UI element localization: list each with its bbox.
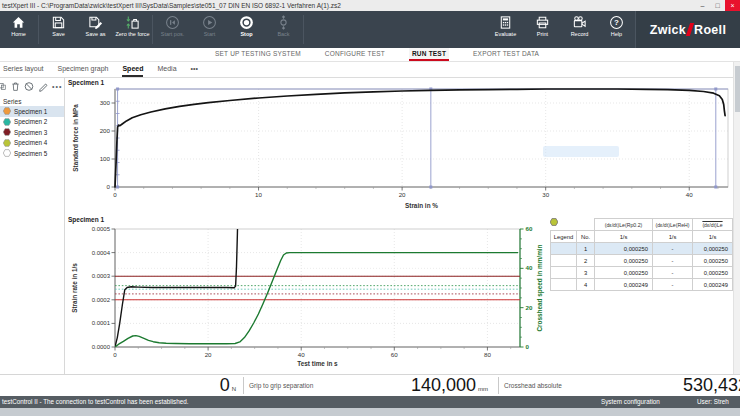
window-titlebar: testXpert III - C:\ProgramData\zwick\tes…: [0, 0, 740, 11]
svg-text:60: 60: [391, 351, 398, 358]
tab-series-layout[interactable]: Series layout: [3, 62, 43, 77]
legend-value: -: [653, 243, 693, 255]
series-item-specimen-3[interactable]: Specimen 3: [0, 127, 64, 138]
series-item-label: Specimen 1: [14, 108, 47, 115]
brand-logo: Zwick Roell: [650, 23, 726, 37]
record-button[interactable]: Record: [561, 11, 598, 48]
brand-panel: Zwick Roell: [635, 11, 740, 48]
save-label: Save: [52, 31, 65, 37]
save-as-button[interactable]: Save as: [77, 11, 114, 48]
toolbar-spacer: [305, 11, 487, 48]
series-item-label: Specimen 3: [14, 129, 47, 136]
stop-button[interactable]: Stop: [228, 11, 265, 48]
legend-header-formula-row: (dε/dt)Le(Rp0.2) (dε/dt)Le(ReH) (dε/dt)L…: [551, 219, 733, 231]
svg-text:0: 0: [113, 351, 117, 358]
home-label: Home: [11, 31, 26, 37]
tab-media[interactable]: Media: [157, 62, 176, 77]
values-divider: [243, 377, 244, 394]
system-configuration-link[interactable]: System configuration: [601, 396, 660, 408]
tab-configure-test[interactable]: CONFIGURE TEST: [325, 48, 385, 61]
chart-title: Specimen 1: [68, 79, 104, 86]
start-pos-icon: [165, 14, 180, 30]
delete-button[interactable]: [11, 81, 20, 92]
print-label: Print: [537, 31, 548, 37]
record-icon: [572, 14, 587, 30]
legend-no: 1: [577, 243, 595, 255]
home-button[interactable]: Home: [0, 11, 37, 48]
stop-icon: [239, 14, 254, 30]
status-bar: testControl II - The connection to testC…: [0, 396, 740, 408]
start-label: Start: [204, 31, 216, 37]
force-strain-chart[interactable]: 0102030400100200300Strain in %Standard f…: [65, 78, 733, 215]
svg-text:Strain rate in 1/s: Strain rate in 1/s: [71, 263, 78, 313]
brand-slash-icon: [686, 23, 694, 36]
legend-row-3[interactable]: 3 0,000250 - 0,000250: [551, 267, 733, 279]
save-icon: [51, 14, 66, 30]
toolbar-separator: [303, 15, 304, 44]
force-unit: N: [232, 386, 236, 392]
svg-text:20: 20: [526, 304, 533, 311]
legend-value: -: [653, 267, 693, 279]
start-pos-button[interactable]: Start pos.: [154, 11, 191, 48]
legend-value: -: [653, 279, 693, 291]
help-button[interactable]: ? Help: [598, 11, 635, 48]
tab-run-test[interactable]: RUN TEST: [409, 48, 449, 61]
exclude-icon[interactable]: [24, 81, 34, 92]
connection-status-message: testControl II - The connection to testC…: [2, 396, 188, 408]
svg-text:0.0005: 0.0005: [92, 226, 111, 232]
window-bottom-edge: [0, 408, 740, 416]
copy-button[interactable]: [0, 81, 7, 92]
tab-set-up-testing-system[interactable]: SET UP TESTING SYSTEM: [215, 48, 301, 61]
svg-text:Test time in s: Test time in s: [297, 360, 338, 367]
zero-force-icon: [125, 14, 140, 30]
maximize-button[interactable]: □: [710, 0, 725, 11]
tab-specimen-graph[interactable]: Specimen graph: [57, 62, 108, 77]
svg-text:Strain in %: Strain in %: [405, 202, 438, 209]
svg-text:Standard force in MPa: Standard force in MPa: [72, 104, 79, 172]
minimize-button[interactable]: –: [695, 0, 710, 11]
legend-row-1[interactable]: 1 0,000250 - 0,000250: [551, 243, 733, 255]
specimen-2-hexagon-icon: [3, 118, 11, 126]
close-button[interactable]: ×: [725, 0, 740, 11]
more-button[interactable]: •••: [52, 83, 62, 90]
zero-force-button[interactable]: Zero the force: [114, 11, 151, 48]
svg-text:0.0002: 0.0002: [92, 297, 111, 303]
start-button[interactable]: Start: [191, 11, 228, 48]
legend-row-2[interactable]: 2 0,000250 - 0,000250: [551, 255, 733, 267]
series-item-specimen-4[interactable]: Specimen 4: [0, 138, 64, 149]
series-item-specimen-1[interactable]: Specimen 1: [0, 106, 64, 117]
svg-text:0.0000: 0.0000: [92, 344, 111, 350]
series-item-specimen-5[interactable]: Specimen 5: [0, 148, 64, 159]
scrollbar-thumb[interactable]: [735, 66, 740, 112]
legend-no: 3: [577, 267, 595, 279]
strain-rate-chart[interactable]: 0204060800.00000.00010.00020.00030.00040…: [65, 215, 549, 374]
specimen-4-hexagon-icon: [3, 139, 11, 147]
force-value: 0N: [140, 375, 236, 397]
edit-button[interactable]: [38, 81, 48, 92]
series-item-specimen-2[interactable]: Specimen 2: [0, 117, 64, 128]
specimen-1-hexagon-icon: [3, 107, 11, 115]
home-icon: [11, 14, 26, 30]
legend-value: 0,000250: [693, 267, 733, 279]
legend-row-4[interactable]: 4 0,000249 - 0,000249: [551, 279, 733, 291]
legend-col-no: No.: [577, 231, 595, 243]
legend-value: 0,000250: [595, 243, 653, 255]
tab-more[interactable]: •••: [191, 62, 198, 77]
vertical-scrollbar[interactable]: [733, 62, 740, 396]
legend-value: -: [653, 255, 693, 267]
tab-speed[interactable]: Speed: [122, 62, 143, 77]
legend-no: 4: [577, 279, 595, 291]
workflow-tabs: SET UP TESTING SYSTEM CONFIGURE TEST RUN…: [0, 48, 740, 62]
start-icon: [202, 14, 217, 30]
save-button[interactable]: Save: [40, 11, 77, 48]
tab-export-test-data[interactable]: EXPORT TEST DATA: [473, 48, 539, 61]
strain-rate-chart-panel: Specimen 1 0204060800.00000.00010.00020.…: [65, 215, 733, 374]
back-button[interactable]: Back: [265, 11, 302, 48]
print-button[interactable]: Print: [524, 11, 561, 48]
legend-value: 0,000249: [693, 279, 733, 291]
zero-force-label: Zero the force: [115, 31, 149, 37]
svg-text:80: 80: [484, 351, 491, 358]
back-icon: [276, 14, 291, 30]
evaluate-button[interactable]: Evaluate: [487, 11, 524, 48]
legend-value: 0,000250: [693, 243, 733, 255]
